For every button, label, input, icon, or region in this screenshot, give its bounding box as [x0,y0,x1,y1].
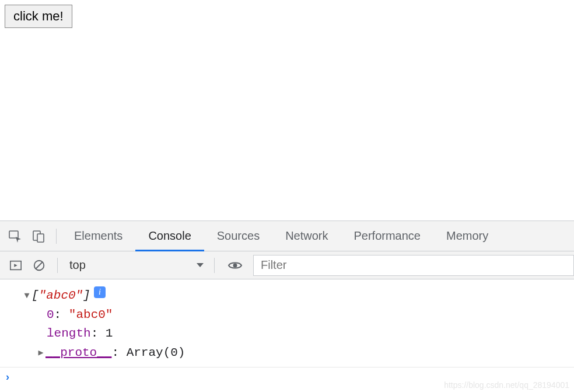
prompt-chevron-icon: › [6,371,9,383]
array-summary-value: "abc0" [39,289,83,302]
length-key: length [47,327,91,340]
chevron-down-icon [195,262,205,269]
length-value: 1 [106,327,113,340]
context-label: top [69,258,86,272]
tab-memory[interactable]: Memory [433,221,501,251]
toolbar-separator-1 [57,258,58,273]
log-length: length: 1 [47,324,574,344]
entry-value: "abc0" [69,308,113,321]
proto-key: __proto__ [46,346,111,359]
bracket-close: ] [83,289,90,302]
log-proto: ▶ __proto__: Array(0) [36,344,574,363]
clear-console-icon[interactable] [33,259,46,272]
colon: : [91,327,106,340]
tab-network[interactable]: Network [272,221,341,251]
console-output: ▼ ["abc0"] i 0: "abc0" length: 1 ▶ __pro… [0,279,574,367]
tab-performance[interactable]: Performance [341,221,434,251]
tab-console[interactable]: Console [135,221,204,251]
device-toolbar-icon[interactable] [32,229,46,243]
live-expression-icon[interactable] [228,260,243,271]
expand-arrow-right-icon[interactable]: ▶ [36,346,46,360]
info-icon[interactable]: i [94,286,106,298]
expand-arrow-down-icon[interactable]: ▼ [22,289,32,303]
toggle-sidebar-icon[interactable] [9,259,22,272]
log-entry-0: 0: "abc0" [47,306,574,325]
console-prompt[interactable]: › [0,367,574,387]
tab-elements[interactable]: Elements [61,221,135,251]
toolbar-separator-2 [214,258,215,273]
colon: : [54,308,69,321]
entry-key: 0 [47,308,54,321]
svg-point-6 [233,263,237,267]
svg-rect-0 [9,231,18,238]
console-toolbar: top [0,251,574,279]
context-selector[interactable]: top [60,258,212,272]
log-array-summary: ▼ ["abc0"] i [22,286,574,306]
tabbar-separator [56,229,57,244]
page-viewport: click me! [0,0,574,220]
tab-sources[interactable]: Sources [204,221,272,251]
tabbar-leading-icons [0,229,54,243]
proto-value: Array(0) [127,346,186,359]
click-me-button[interactable]: click me! [5,5,72,28]
bracket-open: [ [32,289,39,302]
colon: : [111,346,126,359]
filter-input[interactable] [253,255,574,276]
devtools-tabbar: Elements Console Sources Network Perform… [0,221,574,251]
svg-line-5 [36,262,43,268]
svg-rect-2 [37,234,44,242]
devtools-panel: Elements Console Sources Network Perform… [0,220,574,387]
inspect-element-icon[interactable] [8,229,22,243]
